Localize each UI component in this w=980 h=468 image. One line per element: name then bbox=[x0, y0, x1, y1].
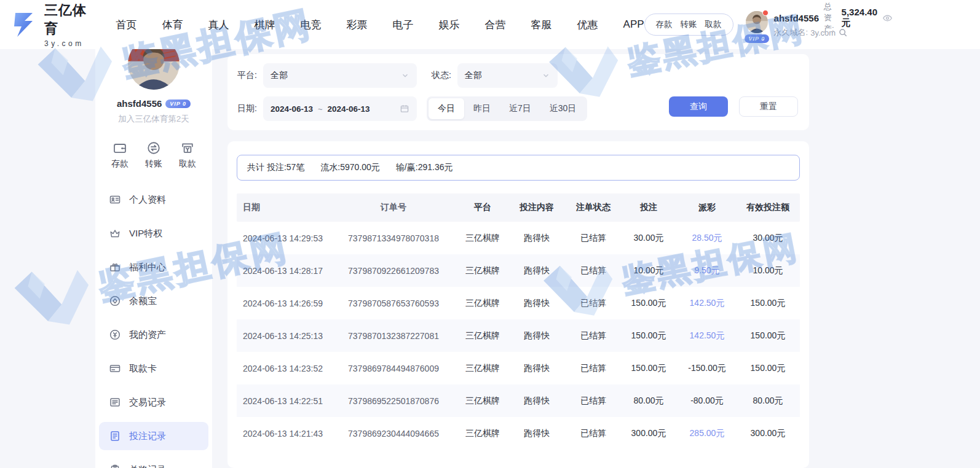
reset-button[interactable]: 重置 bbox=[739, 96, 798, 117]
table-header-row: 日期订单号平台投注内容注单状态投注派彩有效投注额 bbox=[237, 193, 800, 222]
cell-order: 7379869230444094665 bbox=[330, 429, 457, 439]
sidebar-item-label: 交易记录 bbox=[129, 397, 166, 408]
vip-badge: VIP 0 bbox=[165, 99, 191, 108]
nav-item-7[interactable]: 娱乐 bbox=[439, 18, 460, 32]
cell-bet: 150.00元 bbox=[622, 330, 676, 341]
sidebar-item-label: 我的资产 bbox=[129, 329, 166, 341]
cell-platform: 三亿棋牌 bbox=[457, 265, 508, 276]
range-button-0[interactable]: 今日 bbox=[429, 98, 464, 119]
range-button-3[interactable]: 近30日 bbox=[540, 98, 586, 119]
column-header-platform: 平台 bbox=[457, 202, 508, 213]
column-header-order: 订单号 bbox=[330, 202, 457, 213]
range-button-2[interactable]: 近7日 bbox=[500, 98, 540, 119]
bank-card-icon bbox=[109, 362, 121, 375]
cell-status: 已结算 bbox=[565, 330, 622, 341]
sidebar-item-8[interactable]: 兑奖记录 bbox=[99, 456, 208, 468]
brand-logo[interactable]: 三亿体育 3y.com bbox=[10, 1, 89, 48]
nav-item-9[interactable]: 客服 bbox=[531, 18, 552, 32]
cell-payout: 285.00元 bbox=[676, 428, 738, 439]
nav-item-0[interactable]: 首页 bbox=[116, 18, 137, 32]
sidebar-item-6[interactable]: 交易记录 bbox=[99, 388, 208, 416]
nav-item-8[interactable]: 合营 bbox=[485, 18, 506, 32]
deposit-wallet-icon bbox=[113, 141, 127, 155]
date-from: 2024-06-13 bbox=[271, 104, 313, 114]
wallet-actions-pill: 存款转账取款 bbox=[644, 14, 733, 36]
nav-item-1[interactable]: 体育 bbox=[162, 18, 183, 32]
chevron-down-icon bbox=[401, 71, 409, 80]
table-row: 2024-06-13 14:29:537379871334978070318三亿… bbox=[237, 222, 800, 254]
table-row: 2024-06-13 14:25:137379870132387227081三亿… bbox=[237, 319, 800, 352]
cell-valid: 150.00元 bbox=[738, 363, 800, 374]
quick-action-1[interactable]: 转账 bbox=[139, 141, 168, 170]
nav-item-2[interactable]: 真人 bbox=[208, 18, 229, 32]
sidebar-item-1[interactable]: VIP特权 bbox=[99, 219, 208, 248]
nav-item-3[interactable]: 棋牌 bbox=[255, 18, 275, 32]
platform-select[interactable]: 全部 bbox=[263, 63, 417, 88]
sidebar: ahsfd4556 VIP 0 加入三亿体育第2天 存款转账取款 个人资料VIP… bbox=[95, 49, 212, 468]
quick-action-2[interactable]: 取款 bbox=[173, 141, 202, 170]
cell-platform: 三亿棋牌 bbox=[457, 396, 508, 407]
cell-bet: 300.00元 bbox=[622, 428, 676, 439]
topbar-wallet-action-0[interactable]: 存款 bbox=[656, 19, 673, 30]
cell-status: 已结算 bbox=[565, 265, 622, 276]
nav-item-6[interactable]: 电子 bbox=[393, 18, 414, 32]
sidebar-item-label: 余额宝 bbox=[129, 295, 157, 307]
cell-valid: 150.00元 bbox=[738, 330, 800, 341]
topbar-wallet-action-2[interactable]: 取款 bbox=[705, 19, 722, 30]
nav-item-11[interactable]: APP bbox=[623, 18, 644, 31]
cell-status: 已结算 bbox=[565, 428, 622, 439]
range-button-1[interactable]: 昨日 bbox=[464, 98, 500, 119]
search-icon[interactable] bbox=[838, 28, 848, 37]
search-button[interactable]: 查询 bbox=[669, 96, 728, 117]
sidebar-item-3[interactable]: 余额宝 bbox=[99, 287, 208, 315]
column-header-content: 投注内容 bbox=[508, 202, 565, 213]
date-to: 2024-06-13 bbox=[328, 104, 370, 114]
sidebar-item-label: 投注记录 bbox=[129, 431, 166, 442]
cell-date: 2024-06-13 14:29:53 bbox=[237, 233, 330, 243]
cell-date: 2024-06-13 14:23:52 bbox=[237, 364, 330, 373]
cell-bet: 150.00元 bbox=[622, 298, 676, 309]
sidebar-item-2[interactable]: 福利中心 bbox=[99, 253, 208, 281]
summary-winloss: 输/赢:291.36元 bbox=[396, 162, 453, 173]
redeem-record-icon bbox=[109, 464, 121, 468]
quick-actions: 存款转账取款 bbox=[95, 141, 212, 170]
cell-status: 已结算 bbox=[565, 396, 622, 407]
bet-records-card: 共计 投注:57笔 流水:5970.00元 输/赢:291.36元 日期订单号平… bbox=[227, 141, 809, 468]
sidebar-item-label: 取款卡 bbox=[129, 363, 157, 375]
nav-item-4[interactable]: 电竞 bbox=[301, 18, 322, 32]
cell-bet: 150.00元 bbox=[622, 363, 676, 374]
filter-card: 平台: 全部 状态: 全部 日期: 2024-06-13 ~ 2024-06-1… bbox=[227, 54, 809, 130]
cell-content: 跑得快 bbox=[508, 363, 565, 374]
quick-action-label: 转账 bbox=[145, 158, 162, 170]
topbar-right: 存款转账取款 VIP 0 ahsfd4556 bbox=[644, 11, 893, 38]
cell-content: 跑得快 bbox=[508, 396, 565, 407]
sidebar-item-0[interactable]: 个人资料 bbox=[99, 185, 208, 214]
bet-record-icon bbox=[109, 430, 121, 442]
quick-action-label: 取款 bbox=[179, 158, 196, 170]
summary-bar: 共计 投注:57笔 流水:5970.00元 输/赢:291.36元 bbox=[237, 155, 800, 181]
date-range-picker[interactable]: 2024-06-13 ~ 2024-06-13 bbox=[263, 96, 417, 121]
transaction-list-icon bbox=[109, 396, 121, 408]
eye-icon[interactable] bbox=[882, 13, 893, 23]
cell-platform: 三亿棋牌 bbox=[457, 330, 508, 341]
cell-bet: 80.00元 bbox=[622, 396, 676, 407]
sidebar-item-4[interactable]: 我的资产 bbox=[99, 321, 208, 349]
sidebar-item-7[interactable]: 投注记录 bbox=[99, 422, 208, 450]
nav-item-5[interactable]: 彩票 bbox=[347, 18, 368, 32]
chevron-down-icon bbox=[542, 71, 550, 80]
username[interactable]: ahsfd4556 bbox=[774, 13, 819, 23]
brand-logo-icon bbox=[10, 10, 39, 39]
coin-icon bbox=[109, 295, 121, 307]
top-navigation: 三亿体育 3y.com 首页体育真人棋牌电竞彩票电子娱乐合营客服优惠APP 存款… bbox=[0, 0, 980, 49]
sidebar-item-5[interactable]: 取款卡 bbox=[99, 354, 208, 383]
permanent-domain-value: 3y.com bbox=[810, 28, 836, 37]
cell-valid: 10.00元 bbox=[738, 265, 800, 276]
topbar-wallet-action-1[interactable]: 转账 bbox=[681, 19, 697, 30]
status-select[interactable]: 全部 bbox=[457, 63, 558, 88]
quick-action-0[interactable]: 存款 bbox=[105, 141, 135, 170]
summary-total: 共计 投注:57笔 bbox=[247, 162, 304, 173]
sidebar-item-label: 个人资料 bbox=[129, 194, 166, 206]
nav-item-10[interactable]: 优惠 bbox=[577, 18, 598, 32]
cell-payout: -150.00元 bbox=[676, 363, 738, 374]
cell-order: 7379870587653760593 bbox=[330, 298, 457, 308]
